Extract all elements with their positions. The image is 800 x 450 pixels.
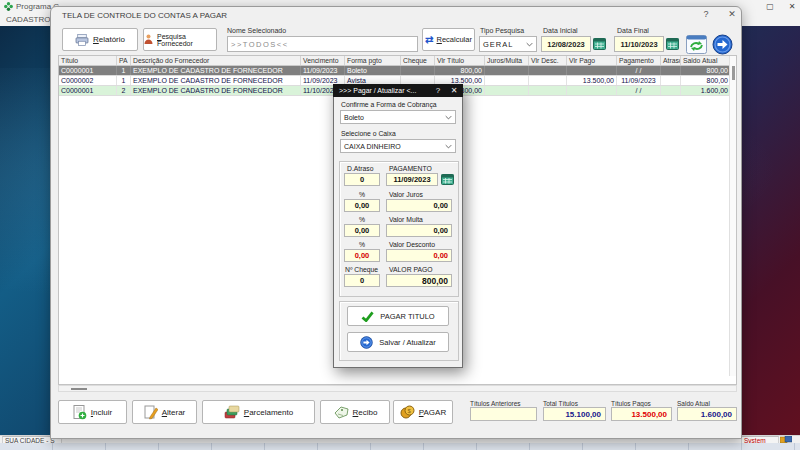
chevron-down-icon — [445, 115, 452, 120]
column-header[interactable]: Título — [59, 56, 117, 65]
calendar-icon[interactable] — [593, 38, 606, 50]
table-cell: C0000001 — [59, 86, 117, 95]
recibo-label: Recibo — [353, 408, 378, 417]
valor-juros-field[interactable]: 0,00 — [386, 199, 452, 212]
table-cell: 11/09/2023 — [617, 76, 661, 85]
pct-desconto-label: % — [359, 241, 365, 248]
valor-juros-label: Valor Juros — [389, 191, 423, 198]
forma-cobranca-label: Confirme a Forma de Cobrança — [341, 101, 437, 108]
titulos-pagos-field: 13.500,00 — [611, 407, 672, 421]
pagamento-date-field[interactable]: 11/09/2023 — [386, 173, 438, 186]
d-atraso-label: D.Atraso — [347, 165, 373, 172]
desktop: Programa C ▢ ✕ CADASTROS Clientes Fo ort… — [0, 0, 800, 450]
data-inicial-field[interactable]: 12/08/2023 — [541, 36, 591, 52]
column-header[interactable]: Vlr Desc. — [529, 56, 567, 65]
column-header[interactable]: Juros/Multa — [485, 56, 529, 65]
recalcular-button[interactable]: ⇄ Recalcular — [422, 28, 475, 51]
coins-icon: $ — [400, 405, 415, 419]
search-person-icon — [144, 34, 153, 45]
recalculate-arrows-icon: ⇄ — [425, 35, 433, 45]
data-final-field[interactable]: 11/10/2023 — [614, 36, 664, 52]
table-cell — [485, 76, 529, 85]
salvar-atualizar-button[interactable]: Salvar / Atualizar — [347, 332, 449, 352]
installments-stack-icon — [224, 405, 240, 419]
valor-pago-field[interactable]: 800,00 — [386, 274, 452, 287]
total-titulos-label: Total Títulos — [543, 400, 578, 407]
window-close-button[interactable]: ✕ — [724, 8, 740, 20]
saldo-atual-label: Saldo Atual — [677, 400, 710, 407]
table-cell — [661, 66, 681, 75]
recibo-button[interactable]: Recibo — [320, 400, 390, 424]
column-header[interactable]: Vlr Título — [435, 56, 485, 65]
chevron-down-icon — [445, 144, 452, 149]
receipt-tag-icon — [333, 406, 349, 419]
column-header[interactable]: Cheque — [401, 56, 435, 65]
app-restore-button[interactable]: ▢ — [762, 1, 778, 12]
menu-cadastros[interactable]: CADASTROS — [6, 15, 56, 24]
app-logo-icon — [4, 2, 13, 11]
app-close-button[interactable]: ✕ — [784, 1, 800, 12]
column-header[interactable]: Descrição do Fornecedor — [131, 56, 301, 65]
table-cell: / / — [617, 86, 661, 95]
refresh-window-icon[interactable] — [686, 35, 707, 54]
pct-desconto-field[interactable]: 0,00 — [344, 249, 380, 262]
valor-desconto-field[interactable]: 0,00 — [386, 249, 452, 262]
nome-selecionado-field[interactable]: >>TODOS<< — [227, 36, 418, 52]
n-cheque-label: Nº Cheque — [345, 266, 378, 273]
column-header[interactable]: PA — [117, 56, 131, 65]
table-cell: 2 — [117, 86, 131, 95]
table-cell: EXEMPLO DE CADASTRO DE FORNECEDOR — [131, 76, 301, 85]
table-cell: 1.600,00 — [681, 86, 731, 95]
parcelamento-button[interactable]: Parcelamento — [202, 400, 315, 424]
caixa-label: Selecione o Caixa — [341, 130, 396, 137]
tipo-pesquisa-select[interactable]: GERAL — [479, 36, 537, 52]
column-header[interactable]: Saldo Atual — [681, 56, 731, 65]
column-header[interactable]: Pagamento — [617, 56, 661, 65]
add-document-icon — [73, 405, 87, 420]
blue-arrow-icon — [360, 336, 373, 349]
n-cheque-field[interactable]: 0 — [344, 274, 380, 287]
pagar-button[interactable]: $ PAGAR — [393, 400, 453, 424]
table-row[interactable]: C00000011EXEMPLO DE CADASTRO DE FORNECED… — [59, 66, 736, 76]
window-help-button[interactable]: ? — [698, 8, 714, 20]
pagar-label: PAGAR — [419, 408, 446, 417]
titulos-anteriores-label: Títulos Anteriores — [470, 400, 521, 407]
vertical-scrollbar[interactable] — [729, 56, 736, 376]
recalcular-label: Recalcular — [436, 35, 471, 44]
pesquisa-fornecedor-button[interactable]: Pesquisa Fornecedor — [143, 28, 217, 51]
titulos-pagos-label: Títulos Pagos — [611, 400, 651, 407]
column-header[interactable]: Forma pgto — [345, 56, 401, 65]
chevron-down-icon — [526, 42, 533, 47]
pagar-titulo-button[interactable]: PAGAR TITULO — [347, 306, 449, 326]
calendar-icon[interactable] — [441, 174, 454, 185]
data-final-label: Data Final — [617, 27, 649, 34]
horizontal-scrollbar[interactable] — [58, 385, 737, 392]
incluir-button[interactable]: Incluir — [58, 400, 127, 424]
valor-multa-field[interactable]: 0,00 — [386, 224, 452, 237]
table-cell — [661, 86, 681, 95]
alterar-button[interactable]: Alterar — [132, 400, 197, 424]
dialog-titlebar[interactable]: >>> Pagar / Atualizar <... ? ✕ — [333, 84, 463, 97]
go-arrow-button[interactable] — [712, 34, 733, 55]
dialog-close-button[interactable]: ✕ — [447, 84, 461, 97]
relatorio-button[interactable]: Relatório — [62, 28, 138, 51]
column-header[interactable]: Vencimento — [301, 56, 345, 65]
d-atraso-field[interactable]: 0 — [344, 173, 380, 186]
column-header[interactable]: Atraso — [661, 56, 681, 65]
caixa-select[interactable]: CAIXA DINHEIRO — [340, 139, 456, 153]
table-cell: 1 — [117, 76, 131, 85]
incluir-label: Incluir — [91, 408, 112, 417]
pesquisa-fornecedor-label: Pesquisa Fornecedor — [157, 33, 216, 47]
pct-juros-label: % — [359, 191, 365, 198]
pct-multa-field[interactable]: 0,00 — [344, 224, 380, 237]
horizontal-scrollbar-thumb[interactable] — [71, 388, 87, 390]
vertical-scrollbar-thumb[interactable] — [732, 66, 735, 80]
dialog-help-button[interactable]: ? — [431, 84, 445, 97]
table-cell — [567, 86, 617, 95]
forma-cobranca-select[interactable]: Boleto — [340, 110, 456, 124]
relatorio-label: Relatório — [93, 35, 125, 44]
calendar-icon[interactable] — [666, 38, 679, 50]
table-cell — [567, 66, 617, 75]
column-header[interactable]: Vlr Pago — [567, 56, 617, 65]
pct-juros-field[interactable]: 0,00 — [344, 199, 380, 212]
